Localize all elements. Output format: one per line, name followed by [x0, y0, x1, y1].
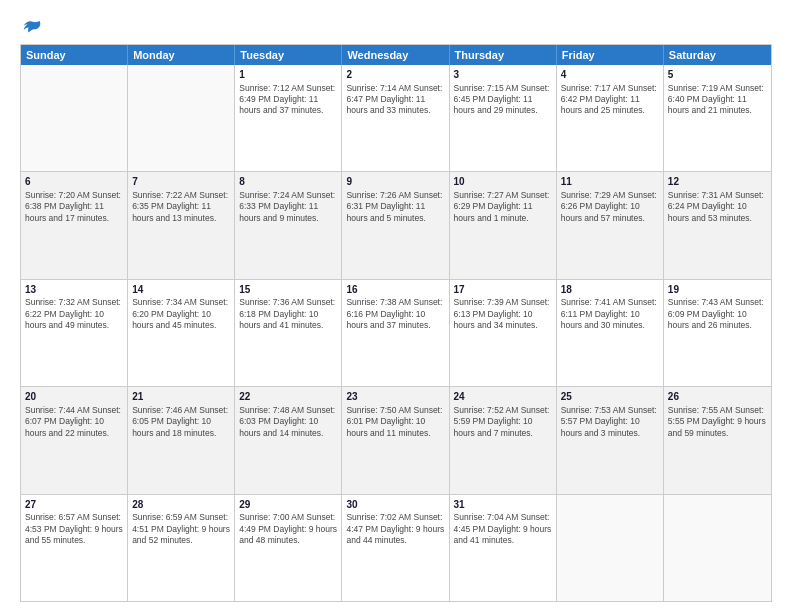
calendar-cell: 13Sunrise: 7:32 AM Sunset: 6:22 PM Dayli… — [21, 280, 128, 386]
header-cell-tuesday: Tuesday — [235, 45, 342, 65]
calendar-cell: 28Sunrise: 6:59 AM Sunset: 4:51 PM Dayli… — [128, 495, 235, 601]
cell-content: Sunrise: 7:32 AM Sunset: 6:22 PM Dayligh… — [25, 297, 123, 331]
day-number: 31 — [454, 498, 552, 512]
day-number: 16 — [346, 283, 444, 297]
day-number: 28 — [132, 498, 230, 512]
header — [20, 18, 772, 38]
cell-content: Sunrise: 7:04 AM Sunset: 4:45 PM Dayligh… — [454, 512, 552, 546]
calendar-cell: 25Sunrise: 7:53 AM Sunset: 5:57 PM Dayli… — [557, 387, 664, 493]
calendar-row: 1Sunrise: 7:12 AM Sunset: 6:49 PM Daylig… — [21, 65, 771, 171]
calendar-cell: 22Sunrise: 7:48 AM Sunset: 6:03 PM Dayli… — [235, 387, 342, 493]
calendar-body: 1Sunrise: 7:12 AM Sunset: 6:49 PM Daylig… — [21, 65, 771, 601]
cell-content: Sunrise: 7:19 AM Sunset: 6:40 PM Dayligh… — [668, 83, 767, 117]
day-number: 4 — [561, 68, 659, 82]
cell-content: Sunrise: 7:36 AM Sunset: 6:18 PM Dayligh… — [239, 297, 337, 331]
day-number: 14 — [132, 283, 230, 297]
calendar-cell: 21Sunrise: 7:46 AM Sunset: 6:05 PM Dayli… — [128, 387, 235, 493]
cell-content: Sunrise: 7:48 AM Sunset: 6:03 PM Dayligh… — [239, 405, 337, 439]
cell-content: Sunrise: 6:59 AM Sunset: 4:51 PM Dayligh… — [132, 512, 230, 546]
day-number: 5 — [668, 68, 767, 82]
cell-content: Sunrise: 7:15 AM Sunset: 6:45 PM Dayligh… — [454, 83, 552, 117]
calendar-cell: 23Sunrise: 7:50 AM Sunset: 6:01 PM Dayli… — [342, 387, 449, 493]
day-number: 29 — [239, 498, 337, 512]
day-number: 3 — [454, 68, 552, 82]
calendar-cell: 9Sunrise: 7:26 AM Sunset: 6:31 PM Daylig… — [342, 172, 449, 278]
calendar-cell: 27Sunrise: 6:57 AM Sunset: 4:53 PM Dayli… — [21, 495, 128, 601]
cell-content: Sunrise: 7:44 AM Sunset: 6:07 PM Dayligh… — [25, 405, 123, 439]
day-number: 8 — [239, 175, 337, 189]
day-number: 23 — [346, 390, 444, 404]
page: SundayMondayTuesdayWednesdayThursdayFrid… — [0, 0, 792, 612]
calendar-cell: 30Sunrise: 7:02 AM Sunset: 4:47 PM Dayli… — [342, 495, 449, 601]
calendar-cell: 4Sunrise: 7:17 AM Sunset: 6:42 PM Daylig… — [557, 65, 664, 171]
day-number: 2 — [346, 68, 444, 82]
calendar-cell: 7Sunrise: 7:22 AM Sunset: 6:35 PM Daylig… — [128, 172, 235, 278]
cell-content: Sunrise: 7:46 AM Sunset: 6:05 PM Dayligh… — [132, 405, 230, 439]
calendar-row: 27Sunrise: 6:57 AM Sunset: 4:53 PM Dayli… — [21, 494, 771, 601]
calendar-cell: 17Sunrise: 7:39 AM Sunset: 6:13 PM Dayli… — [450, 280, 557, 386]
cell-content: Sunrise: 7:02 AM Sunset: 4:47 PM Dayligh… — [346, 512, 444, 546]
calendar-cell — [21, 65, 128, 171]
day-number: 27 — [25, 498, 123, 512]
calendar-cell: 5Sunrise: 7:19 AM Sunset: 6:40 PM Daylig… — [664, 65, 771, 171]
day-number: 6 — [25, 175, 123, 189]
day-number: 11 — [561, 175, 659, 189]
calendar-cell: 3Sunrise: 7:15 AM Sunset: 6:45 PM Daylig… — [450, 65, 557, 171]
calendar-cell: 24Sunrise: 7:52 AM Sunset: 5:59 PM Dayli… — [450, 387, 557, 493]
day-number: 22 — [239, 390, 337, 404]
day-number: 19 — [668, 283, 767, 297]
cell-content: Sunrise: 7:53 AM Sunset: 5:57 PM Dayligh… — [561, 405, 659, 439]
header-cell-monday: Monday — [128, 45, 235, 65]
cell-content: Sunrise: 7:34 AM Sunset: 6:20 PM Dayligh… — [132, 297, 230, 331]
calendar-cell: 8Sunrise: 7:24 AM Sunset: 6:33 PM Daylig… — [235, 172, 342, 278]
calendar-cell: 12Sunrise: 7:31 AM Sunset: 6:24 PM Dayli… — [664, 172, 771, 278]
cell-content: Sunrise: 6:57 AM Sunset: 4:53 PM Dayligh… — [25, 512, 123, 546]
logo-bird-icon — [22, 18, 42, 38]
day-number: 26 — [668, 390, 767, 404]
calendar-cell: 29Sunrise: 7:00 AM Sunset: 4:49 PM Dayli… — [235, 495, 342, 601]
cell-content: Sunrise: 7:26 AM Sunset: 6:31 PM Dayligh… — [346, 190, 444, 224]
cell-content: Sunrise: 7:17 AM Sunset: 6:42 PM Dayligh… — [561, 83, 659, 117]
calendar-cell: 31Sunrise: 7:04 AM Sunset: 4:45 PM Dayli… — [450, 495, 557, 601]
day-number: 7 — [132, 175, 230, 189]
cell-content: Sunrise: 7:24 AM Sunset: 6:33 PM Dayligh… — [239, 190, 337, 224]
logo — [20, 18, 42, 38]
cell-content: Sunrise: 7:31 AM Sunset: 6:24 PM Dayligh… — [668, 190, 767, 224]
calendar-cell: 15Sunrise: 7:36 AM Sunset: 6:18 PM Dayli… — [235, 280, 342, 386]
cell-content: Sunrise: 7:50 AM Sunset: 6:01 PM Dayligh… — [346, 405, 444, 439]
cell-content: Sunrise: 7:39 AM Sunset: 6:13 PM Dayligh… — [454, 297, 552, 331]
header-cell-friday: Friday — [557, 45, 664, 65]
day-number: 9 — [346, 175, 444, 189]
calendar-cell: 2Sunrise: 7:14 AM Sunset: 6:47 PM Daylig… — [342, 65, 449, 171]
day-number: 30 — [346, 498, 444, 512]
calendar-cell: 10Sunrise: 7:27 AM Sunset: 6:29 PM Dayli… — [450, 172, 557, 278]
calendar-row: 20Sunrise: 7:44 AM Sunset: 6:07 PM Dayli… — [21, 386, 771, 493]
day-number: 20 — [25, 390, 123, 404]
calendar-cell: 16Sunrise: 7:38 AM Sunset: 6:16 PM Dayli… — [342, 280, 449, 386]
calendar-header: SundayMondayTuesdayWednesdayThursdayFrid… — [21, 45, 771, 65]
cell-content: Sunrise: 7:41 AM Sunset: 6:11 PM Dayligh… — [561, 297, 659, 331]
calendar-cell: 11Sunrise: 7:29 AM Sunset: 6:26 PM Dayli… — [557, 172, 664, 278]
calendar-cell — [664, 495, 771, 601]
calendar-cell: 26Sunrise: 7:55 AM Sunset: 5:55 PM Dayli… — [664, 387, 771, 493]
calendar-cell: 20Sunrise: 7:44 AM Sunset: 6:07 PM Dayli… — [21, 387, 128, 493]
header-cell-saturday: Saturday — [664, 45, 771, 65]
calendar: SundayMondayTuesdayWednesdayThursdayFrid… — [20, 44, 772, 602]
day-number: 10 — [454, 175, 552, 189]
day-number: 25 — [561, 390, 659, 404]
cell-content: Sunrise: 7:22 AM Sunset: 6:35 PM Dayligh… — [132, 190, 230, 224]
day-number: 17 — [454, 283, 552, 297]
cell-content: Sunrise: 7:12 AM Sunset: 6:49 PM Dayligh… — [239, 83, 337, 117]
day-number: 1 — [239, 68, 337, 82]
header-cell-wednesday: Wednesday — [342, 45, 449, 65]
cell-content: Sunrise: 7:00 AM Sunset: 4:49 PM Dayligh… — [239, 512, 337, 546]
calendar-row: 13Sunrise: 7:32 AM Sunset: 6:22 PM Dayli… — [21, 279, 771, 386]
cell-content: Sunrise: 7:27 AM Sunset: 6:29 PM Dayligh… — [454, 190, 552, 224]
day-number: 13 — [25, 283, 123, 297]
header-cell-thursday: Thursday — [450, 45, 557, 65]
cell-content: Sunrise: 7:29 AM Sunset: 6:26 PM Dayligh… — [561, 190, 659, 224]
calendar-cell: 14Sunrise: 7:34 AM Sunset: 6:20 PM Dayli… — [128, 280, 235, 386]
cell-content: Sunrise: 7:55 AM Sunset: 5:55 PM Dayligh… — [668, 405, 767, 439]
calendar-cell — [128, 65, 235, 171]
calendar-cell: 1Sunrise: 7:12 AM Sunset: 6:49 PM Daylig… — [235, 65, 342, 171]
